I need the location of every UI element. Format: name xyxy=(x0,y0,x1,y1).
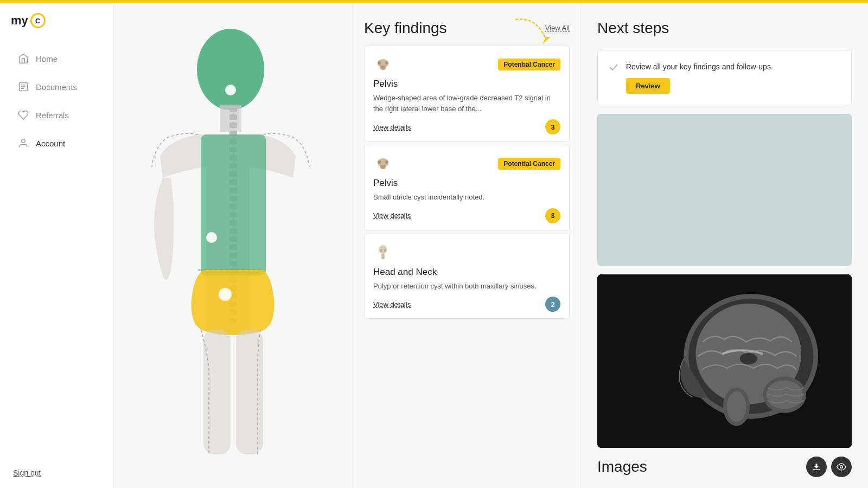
finding-card-3-header xyxy=(373,243,560,262)
finding-region-2: Pelvis xyxy=(373,178,560,189)
sidebar: myC Home Documents Referral xyxy=(0,0,114,488)
sidebar-item-referrals-label: Referrals xyxy=(36,111,69,120)
finding-card-2-header: Potential Cancer xyxy=(373,154,560,174)
svg-rect-47 xyxy=(381,66,385,70)
svg-point-40 xyxy=(206,232,217,243)
svg-point-65 xyxy=(740,353,757,364)
next-steps-empty-area xyxy=(597,114,852,266)
svg-rect-37 xyxy=(203,330,231,454)
finding-card-2: Potential Cancer Pelvis Small utricle cy… xyxy=(364,145,570,230)
next-steps-card: Review all your key findings and follow-… xyxy=(597,50,852,105)
count-badge-1: 3 xyxy=(545,119,560,134)
sidebar-item-account-label: Account xyxy=(36,139,65,148)
person-icon xyxy=(17,137,29,149)
sidebar-item-documents[interactable]: Documents xyxy=(4,74,109,100)
svg-rect-38 xyxy=(236,330,263,454)
body-diagram-panel xyxy=(114,3,353,488)
view-details-2[interactable]: View details xyxy=(373,211,411,220)
svg-point-46 xyxy=(385,61,388,65)
svg-point-41 xyxy=(219,288,232,301)
finding-footer-1: View details 3 xyxy=(373,119,560,134)
svg-point-5 xyxy=(197,29,264,110)
finding-card-1-header: Potential Cancer xyxy=(373,55,560,74)
main-content: Key findings View All xyxy=(114,0,868,488)
finding-card-1: Potential Cancer Pelvis Wedge-shaped are… xyxy=(364,46,570,142)
svg-point-50 xyxy=(378,160,381,164)
next-steps-title: Next steps xyxy=(597,20,852,37)
count-badge-2: 3 xyxy=(545,208,560,223)
images-section: Images xyxy=(597,457,852,477)
sidebar-item-account[interactable]: Account xyxy=(4,130,109,156)
pelvis-icon-1 xyxy=(373,55,393,74)
heart-icon xyxy=(17,109,29,121)
sidebar-item-documents-label: Documents xyxy=(36,82,77,92)
next-steps-text: Review all your key findings and follow-… xyxy=(626,61,773,73)
images-actions xyxy=(806,457,852,477)
svg-point-45 xyxy=(378,61,381,65)
count-badge-3: 2 xyxy=(545,297,560,312)
sign-out-link[interactable]: Sign out xyxy=(0,458,113,488)
svg-rect-35 xyxy=(201,134,266,275)
head-neck-icon xyxy=(373,243,393,262)
svg-point-4 xyxy=(22,139,25,143)
findings-header: Key findings View All xyxy=(364,20,570,37)
top-bar xyxy=(0,0,868,3)
finding-region-3: Head and Neck xyxy=(373,267,560,278)
body-svg xyxy=(119,10,347,481)
mri-image xyxy=(597,274,852,448)
finding-desc-3: Polyp or retention cyst within both maxi… xyxy=(373,281,560,292)
logo-circle: C xyxy=(30,13,46,28)
sidebar-item-home[interactable]: Home xyxy=(4,46,109,72)
svg-point-67 xyxy=(840,466,843,468)
view-all-link[interactable]: View All xyxy=(545,24,570,32)
svg-rect-52 xyxy=(381,165,385,169)
svg-point-55 xyxy=(380,249,382,252)
svg-point-62 xyxy=(727,391,746,422)
finding-footer-3: View details 2 xyxy=(373,297,560,312)
view-details-1[interactable]: View details xyxy=(373,123,411,131)
finding-card-3: Head and Neck Polyp or retention cyst wi… xyxy=(364,234,570,319)
finding-desc-2: Small utricle cyst incidentally noted. xyxy=(373,192,560,203)
sidebar-item-referrals[interactable]: Referrals xyxy=(4,102,109,128)
documents-icon xyxy=(17,81,29,93)
checklist-icon xyxy=(609,62,620,73)
svg-marker-42 xyxy=(542,37,551,44)
finding-footer-2: View details 3 xyxy=(373,208,560,223)
mri-image-container xyxy=(597,274,852,448)
view-details-3[interactable]: View details xyxy=(373,300,411,309)
home-icon xyxy=(17,53,29,65)
badge-potential-cancer-1: Potential Cancer xyxy=(498,59,560,70)
sidebar-logo: myC xyxy=(0,5,113,44)
finding-region-1: Pelvis xyxy=(373,79,560,89)
svg-rect-54 xyxy=(381,254,385,259)
pelvis-icon-2 xyxy=(373,154,393,174)
svg-rect-9 xyxy=(229,114,237,120)
logo: myC xyxy=(11,13,103,28)
svg-rect-8 xyxy=(229,106,237,112)
svg-rect-10 xyxy=(229,123,237,128)
findings-title: Key findings xyxy=(364,20,447,37)
svg-point-56 xyxy=(384,249,387,252)
eye-button[interactable] xyxy=(831,457,852,477)
sidebar-item-home-label: Home xyxy=(36,54,58,63)
svg-point-39 xyxy=(225,85,236,95)
right-panel: Next steps Review all your key findings … xyxy=(580,3,868,488)
finding-desc-1: Wedge-shaped area of low-grade decreased… xyxy=(373,93,560,114)
findings-panel: Key findings View All xyxy=(353,3,580,488)
download-button[interactable] xyxy=(806,457,827,477)
svg-point-51 xyxy=(385,160,388,164)
badge-potential-cancer-2: Potential Cancer xyxy=(498,158,560,170)
svg-rect-66 xyxy=(813,470,820,471)
images-title: Images xyxy=(597,458,647,476)
review-button[interactable]: Review xyxy=(626,78,670,94)
findings-list: Potential Cancer Pelvis Wedge-shaped are… xyxy=(364,46,570,477)
